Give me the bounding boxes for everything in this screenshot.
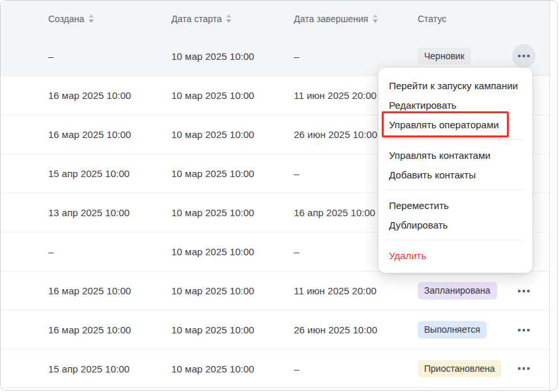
row-context-menu: Перейти к запуску кампании Редактировать… (379, 68, 532, 273)
cell-start-date: 10 мар 2025 10:00 (171, 363, 294, 374)
column-header-1: Дата старта (171, 14, 294, 24)
cell-actions (512, 44, 549, 68)
context-menu-item[interactable]: Перейти к запуску кампании (379, 76, 532, 95)
cell-created: 16 мар 2025 10:00 (48, 324, 171, 335)
context-menu-item[interactable]: Удалить (379, 245, 532, 265)
ellipsis-icon (518, 55, 521, 57)
ellipsis-icon (518, 290, 521, 292)
cell-actions (512, 279, 549, 303)
cell-start-date: 10 мар 2025 10:00 (171, 285, 294, 296)
column-header-3: Статус (418, 14, 512, 24)
status-badge: Черновик (418, 48, 471, 64)
cell-start-date: 10 мар 2025 10:00 (171, 90, 294, 101)
cell-start-date: 10 мар 2025 10:00 (171, 207, 294, 218)
cell-end-date: – (294, 363, 418, 374)
menu-divider (386, 240, 524, 240)
cell-end-date: 26 июн 2025 10:00 (294, 324, 418, 335)
cell-created: 15 апр 2025 10:00 (48, 363, 171, 374)
cell-status: Черновик (418, 48, 512, 64)
cell-created: 16 мар 2025 10:00 (48, 129, 171, 140)
cell-start-date: 10 мар 2025 10:00 (171, 324, 294, 335)
context-menu-item-label: Дублировать (389, 219, 448, 231)
row-menu-button[interactable] (512, 44, 536, 68)
table-header-row: Создана Дата старта Дата завершения Стат… (1, 1, 549, 36)
column-header-label: Дата старта (171, 14, 222, 24)
cell-created: 13 апр 2025 10:00 (48, 207, 171, 218)
menu-divider (386, 189, 524, 190)
cell-start-date: 10 мар 2025 10:00 (171, 246, 294, 257)
cell-status: Выполняется (418, 321, 512, 338)
context-menu-item[interactable]: Редактировать (379, 95, 532, 115)
context-menu-item-label: Удалить (389, 250, 426, 261)
table-row[interactable]: 16 мар 2025 10:00 10 мар 2025 10:00 11 и… (1, 271, 549, 310)
cell-end-date: 11 июн 2025 20:00 (294, 285, 418, 296)
status-badge: Приостановлена (418, 360, 502, 377)
context-menu-item[interactable]: Дублировать (379, 215, 532, 234)
status-badge: Запланирована (418, 282, 497, 299)
column-header-label: Создана (48, 14, 84, 24)
status-badge: Выполняется (418, 321, 487, 338)
context-menu-item[interactable]: Переместить (379, 195, 532, 215)
sort-arrows-icon[interactable] (226, 14, 231, 23)
column-header-2: Дата завершения (294, 14, 418, 24)
cell-status: Запланирована (418, 282, 512, 299)
ellipsis-icon (518, 329, 521, 331)
row-menu-button[interactable] (512, 318, 536, 342)
cell-start-date: 10 мар 2025 10:00 (171, 168, 294, 179)
column-header-label: Дата завершения (294, 14, 368, 24)
context-menu-item-label: Редактировать (389, 100, 457, 111)
cell-actions (512, 357, 549, 380)
column-header-label: Статус (418, 14, 446, 24)
context-menu-item[interactable]: Добавить контакты (379, 165, 532, 184)
row-menu-button[interactable] (512, 357, 536, 380)
cell-actions (512, 318, 549, 342)
row-menu-button[interactable] (512, 279, 536, 303)
cell-created: 15 апр 2025 10:00 (48, 168, 171, 179)
cell-status: Приостановлена (418, 360, 512, 377)
context-menu-item-label: Перейти к запуску кампании (389, 80, 518, 91)
table-row[interactable]: 15 апр 2025 10:00 10 мар 2025 10:00 – Пр… (1, 349, 549, 388)
context-menu-item-label: Добавить контакты (389, 169, 476, 180)
menu-divider (386, 139, 524, 140)
context-menu-item[interactable]: Управлять контактами (379, 145, 532, 165)
cell-created: – (48, 246, 171, 257)
cell-start-date: 10 мар 2025 10:00 (171, 129, 294, 140)
cell-end-date: – (294, 51, 418, 62)
context-menu-item[interactable]: Управлять операторами (379, 115, 532, 134)
context-menu-item-label: Переместить (389, 200, 449, 211)
column-header-0: Создана (48, 14, 171, 24)
table-row[interactable]: 16 мар 2025 10:00 10 мар 2025 10:00 26 и… (1, 310, 549, 349)
campaigns-table-panel: Создана Дата старта Дата завершения Стат… (0, 0, 558, 391)
cell-start-date: 10 мар 2025 10:00 (171, 51, 294, 62)
ellipsis-icon (518, 367, 521, 370)
context-menu-item-label: Управлять контактами (389, 150, 491, 161)
sort-arrows-icon[interactable] (373, 14, 378, 23)
cell-created: 16 мар 2025 10:00 (48, 90, 171, 101)
sort-arrows-icon[interactable] (89, 14, 94, 23)
cell-created: 16 мар 2025 10:00 (48, 285, 171, 296)
context-menu-item-label: Управлять операторами (389, 119, 499, 130)
cell-created: – (48, 51, 171, 62)
